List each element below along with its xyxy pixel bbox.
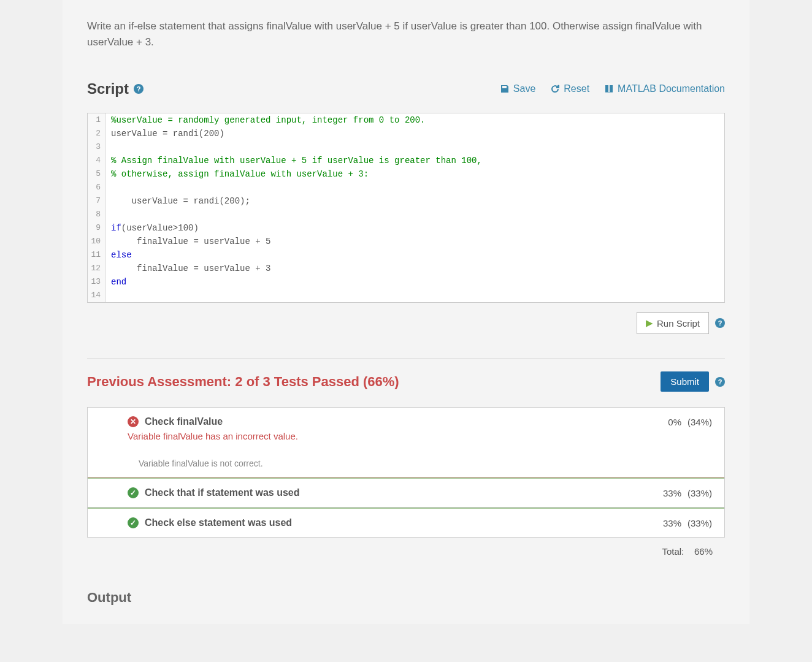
total-row: Total: 66% bbox=[87, 538, 725, 565]
line-content[interactable]: % Assign finalValue with userValue + 5 i… bbox=[106, 154, 724, 167]
line-number: 13 bbox=[88, 275, 106, 289]
test-name: ✓Check that if statement was used bbox=[128, 487, 300, 498]
code-line[interactable]: 10 finalValue = userValue + 5 bbox=[88, 235, 724, 248]
test-item: ✓Check that if statement was used33%(33%… bbox=[88, 477, 724, 508]
test-score: 33%(33%) bbox=[663, 488, 712, 498]
line-content[interactable] bbox=[106, 181, 724, 194]
code-line[interactable]: 7 userValue = randi(200); bbox=[88, 194, 724, 208]
code-line[interactable]: 9if(userValue>100) bbox=[88, 221, 724, 235]
line-content[interactable]: else bbox=[106, 248, 724, 262]
code-line[interactable]: 12 finalValue = userValue + 3 bbox=[88, 262, 724, 275]
script-section-title: Script ? bbox=[87, 80, 144, 97]
reset-icon bbox=[550, 84, 560, 94]
line-content[interactable] bbox=[106, 140, 724, 154]
code-line[interactable]: 4% Assign finalValue with userValue + 5 … bbox=[88, 154, 724, 167]
line-content[interactable]: finalValue = userValue + 5 bbox=[106, 235, 724, 248]
code-line[interactable]: 11else bbox=[88, 248, 724, 262]
help-icon[interactable]: ? bbox=[715, 318, 725, 328]
help-icon[interactable]: ? bbox=[134, 84, 144, 94]
line-number: 2 bbox=[88, 127, 106, 140]
test-item: ✕Check finalValue0%(34%)Variable finalVa… bbox=[88, 408, 724, 477]
line-content[interactable]: userValue = randi(200) bbox=[106, 127, 724, 140]
check-icon: ✓ bbox=[128, 517, 139, 528]
help-icon[interactable]: ? bbox=[715, 377, 725, 387]
output-heading: Output bbox=[87, 590, 725, 606]
test-name: ✕Check finalValue bbox=[128, 416, 223, 427]
test-name: ✓Check else statement was used bbox=[128, 517, 292, 528]
line-number: 1 bbox=[88, 113, 106, 127]
line-number: 10 bbox=[88, 235, 106, 248]
save-icon bbox=[500, 84, 510, 94]
line-number: 4 bbox=[88, 154, 106, 167]
line-number: 6 bbox=[88, 181, 106, 194]
total-value: 66% bbox=[694, 546, 713, 557]
line-content[interactable] bbox=[106, 208, 724, 221]
line-number: 5 bbox=[88, 167, 106, 181]
line-number: 11 bbox=[88, 248, 106, 262]
test-detail: Variable finalValue has an incorrect val… bbox=[128, 431, 712, 441]
test-subdetail: Variable finalValue is not correct. bbox=[128, 458, 712, 468]
x-icon: ✕ bbox=[128, 416, 139, 427]
code-line[interactable]: 13end bbox=[88, 275, 724, 289]
line-content[interactable]: finalValue = userValue + 3 bbox=[106, 262, 724, 275]
line-content[interactable]: userValue = randi(200); bbox=[106, 194, 724, 208]
code-line[interactable]: 2userValue = randi(200) bbox=[88, 127, 724, 140]
code-line[interactable]: 14 bbox=[88, 289, 724, 302]
code-line[interactable]: 6 bbox=[88, 181, 724, 194]
play-icon: ▶ bbox=[646, 318, 653, 329]
test-results: ✕Check finalValue0%(34%)Variable finalVa… bbox=[87, 407, 725, 538]
total-label: Total: bbox=[662, 546, 684, 557]
line-content[interactable]: end bbox=[106, 275, 724, 289]
assessment-title: Previous Assessment: 2 of 3 Tests Passed… bbox=[87, 374, 399, 390]
line-content[interactable]: % otherwise, assign finalValue with user… bbox=[106, 167, 724, 181]
line-number: 8 bbox=[88, 208, 106, 221]
reset-label: Reset bbox=[564, 83, 589, 94]
code-editor[interactable]: 1%userValue = randomly generated input, … bbox=[87, 113, 725, 303]
test-score: 0%(34%) bbox=[668, 417, 712, 427]
save-label: Save bbox=[513, 83, 535, 94]
line-content[interactable] bbox=[106, 289, 724, 302]
test-score: 33%(33%) bbox=[663, 518, 712, 528]
test-item: ✓Check else statement was used33%(33%) bbox=[88, 508, 724, 537]
script-title-text: Script bbox=[87, 80, 129, 97]
line-number: 9 bbox=[88, 221, 106, 235]
submit-button[interactable]: Submit bbox=[661, 371, 709, 392]
check-icon: ✓ bbox=[128, 487, 139, 498]
line-number: 14 bbox=[88, 289, 106, 302]
book-icon bbox=[604, 84, 614, 94]
line-number: 7 bbox=[88, 194, 106, 208]
docs-label: MATLAB Documentation bbox=[618, 83, 725, 94]
line-number: 12 bbox=[88, 262, 106, 275]
code-line[interactable]: 5% otherwise, assign finalValue with use… bbox=[88, 167, 724, 181]
question-prompt: Write an if-else statement that assigns … bbox=[87, 18, 725, 50]
line-number: 3 bbox=[88, 140, 106, 154]
line-content[interactable]: if(userValue>100) bbox=[106, 221, 724, 235]
line-content[interactable]: %userValue = randomly generated input, i… bbox=[106, 113, 724, 127]
code-line[interactable]: 1%userValue = randomly generated input, … bbox=[88, 113, 724, 127]
save-button[interactable]: Save bbox=[500, 83, 535, 94]
reset-button[interactable]: Reset bbox=[550, 83, 589, 94]
matlab-docs-link[interactable]: MATLAB Documentation bbox=[604, 83, 725, 94]
code-line[interactable]: 8 bbox=[88, 208, 724, 221]
run-label: Run Script bbox=[657, 318, 700, 329]
code-line[interactable]: 3 bbox=[88, 140, 724, 154]
run-script-button[interactable]: ▶ Run Script bbox=[637, 312, 709, 334]
divider bbox=[87, 359, 725, 359]
